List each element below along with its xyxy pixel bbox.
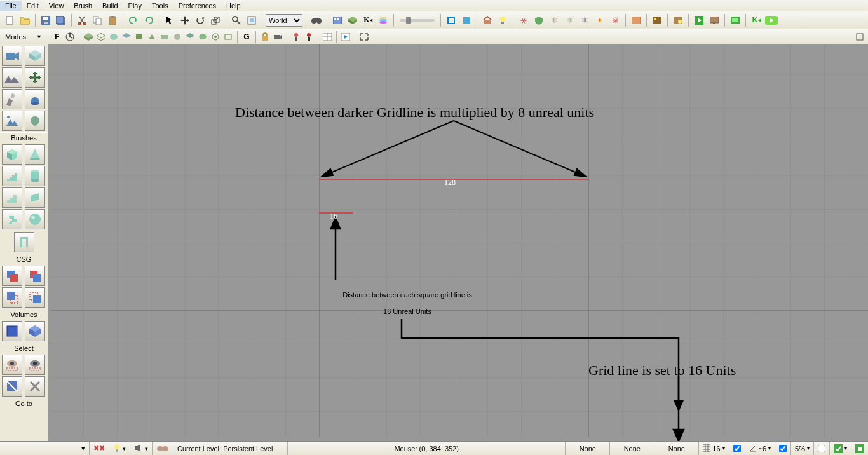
texture-align-button[interactable] [25,67,45,88]
csg-deintersect-button[interactable] [25,287,45,308]
toggle-prefab-button[interactable] [459,13,473,27]
draw-events-button[interactable]: ✖✖ [89,442,109,455]
menu-tools[interactable]: Tools [147,1,173,11]
showflag-button-6[interactable] [146,31,158,43]
showflag-button-1[interactable] [83,31,94,43]
build-lighting-button[interactable] [496,13,510,27]
build-cover-button[interactable] [532,13,546,27]
game-button[interactable]: G [241,31,252,43]
psys-button[interactable] [152,442,173,455]
cone-brush-button[interactable] [25,144,45,165]
autosave-button[interactable]: ▾ [829,442,851,455]
grid-size-value[interactable]: 16 [712,445,720,452]
push-button[interactable] [851,442,868,455]
csg-subtract-button[interactable] [25,266,45,286]
nav-button-1[interactable]: ⚛ [547,13,561,27]
mesh-paint-button[interactable] [2,89,22,109]
terrain-mode-button[interactable] [2,67,22,88]
menu-view[interactable]: View [44,1,69,11]
save-button[interactable] [39,13,53,27]
menu-help[interactable]: Help [221,1,246,11]
select-all-button[interactable] [2,355,22,375]
minimize-toolbar-button[interactable] [854,31,865,43]
csg-add-button[interactable] [2,266,22,286]
grid-snap-checkbox[interactable] [733,445,741,452]
linear-stair-button[interactable] [2,187,22,208]
search-button[interactable] [229,13,243,27]
select-button[interactable] [163,13,177,27]
sphere-brush-button[interactable] [25,209,45,229]
showflag-button-10[interactable] [197,31,208,43]
socket-button-1[interactable] [290,31,302,43]
lighting-info-button[interactable] [671,13,685,27]
layers-button[interactable] [376,13,390,27]
play-mobile-button[interactable] [728,13,742,27]
select-none-button[interactable] [25,355,45,375]
play-in-editor-button[interactable] [692,13,706,27]
matinee-button[interactable]: K◂ [749,13,763,27]
sheet-brush-button[interactable] [25,187,45,208]
fullscreen-button[interactable] [245,13,259,27]
cylinder-brush-button[interactable] [25,166,45,186]
content-browser-button[interactable] [330,13,344,27]
showflag-button-5[interactable] [133,31,145,43]
curved-stair-button[interactable] [2,166,22,186]
play-on-pc-button[interactable] [707,13,721,27]
copy-button[interactable] [90,13,104,27]
new-button[interactable] [3,13,17,27]
angle-snap-value[interactable]: ~6 [759,445,767,452]
play-here-button[interactable] [340,31,351,43]
coordinate-space-select[interactable]: World [266,14,302,27]
lighting-quality-button[interactable] [650,13,664,27]
kismet-button[interactable]: K◂ [361,13,375,27]
showflag-button-2[interactable] [95,31,107,43]
nav-button-3[interactable]: ⚛ [578,13,592,27]
scale-snap-value[interactable]: 5% [795,445,805,452]
showflag-button-8[interactable] [172,31,183,43]
undo-button[interactable] [126,13,140,27]
spiral-stair-button[interactable] [2,209,22,229]
menu-file[interactable]: File [0,1,22,11]
build-all-button[interactable] [629,13,643,27]
viewport-config-button[interactable] [322,31,333,43]
paste-button[interactable] [105,13,119,27]
scale-button[interactable] [208,13,222,27]
menu-build[interactable]: Build [97,1,123,11]
modes-label[interactable]: Modes▼ [3,33,44,41]
geometry-mode-button[interactable] [25,46,45,66]
viewport[interactable]: Distance between darker Gridline is mult… [48,44,868,441]
actor-classes-button[interactable] [346,13,360,27]
camera-mode-button[interactable] [2,46,22,66]
menu-edit[interactable]: Edit [22,1,44,11]
showflag-button-3[interactable] [108,31,119,43]
csg-intersect-button[interactable] [2,287,22,308]
far-plane-slider[interactable] [400,19,435,22]
open-button[interactable] [18,13,32,27]
volumetric-brush-button[interactable] [14,232,34,252]
redo-button[interactable] [142,13,156,27]
add-special-button[interactable] [25,321,45,341]
cut-button[interactable] [75,13,89,27]
audio-icon[interactable] [134,444,143,453]
menu-brush[interactable]: Brush [69,1,97,11]
realtime-button[interactable] [64,31,76,43]
expand-button[interactable] [358,31,370,43]
nav-button-5[interactable]: ☠ [608,13,622,27]
bulb-icon[interactable] [113,444,121,454]
rotate-button[interactable] [193,13,207,27]
toggle-brush-button[interactable] [444,13,458,27]
showflag-button-7[interactable] [159,31,170,43]
landscape-button[interactable] [2,111,22,131]
add-volume-button[interactable] [2,321,22,341]
status-dropdown-arrow[interactable]: ▾ [81,444,85,452]
focus-button[interactable]: F [51,31,63,43]
lock-button[interactable] [259,31,271,43]
cube-brush-button[interactable] [2,144,22,165]
save-all-button[interactable] [54,13,68,27]
angle-snap-checkbox[interactable] [779,445,787,452]
nav-button-2[interactable]: ⚛ [562,13,576,27]
nav-button-4[interactable]: ✦ [593,13,607,27]
socket-button-2[interactable] [303,31,315,43]
menu-play[interactable]: Play [123,1,147,11]
showflag-button-12[interactable] [222,31,234,43]
